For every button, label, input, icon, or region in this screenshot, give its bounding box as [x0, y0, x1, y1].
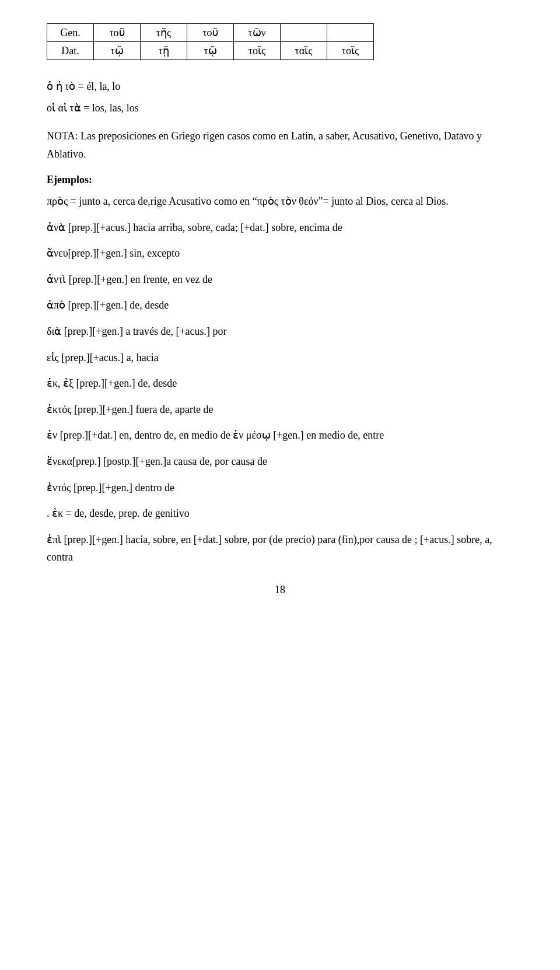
- dat-col3: τῷ: [187, 42, 234, 60]
- article-singular: ὁ ἡ τὸ = él, la, lo: [47, 78, 513, 96]
- dat-label: Dat.: [47, 42, 94, 60]
- page: Gen. τοῦ τῆς τοῦ τῶν Dat. τῷ τῇ τῷ τοῖς …: [0, 0, 560, 970]
- prep-dia: διὰ [prep.][+gen.] a través de, [+acus.]…: [47, 323, 513, 341]
- gen-col4: τῶν: [234, 24, 281, 42]
- declension-table: Gen. τοῦ τῆς τοῦ τῶν Dat. τῷ τῇ τῷ τοῖς …: [47, 23, 374, 60]
- gen-col2: τῆς: [141, 24, 187, 42]
- prep-ana-text: ἀνὰ [prep.][+acus.] hacia arriba, sobre,…: [47, 219, 513, 237]
- prep-entos: ἐντός [prep.][+gen.] dentro de: [47, 479, 513, 497]
- prep-ana-greek: ἀνὰ [prep.][+acus.] hacia arriba, sobre,…: [47, 222, 342, 233]
- prep-entos-text: ἐντός [prep.][+gen.] dentro de: [47, 479, 513, 497]
- prep-eneka-text: ἕνεκα[prep.] [postp.][+gen.]a causa de, …: [47, 453, 513, 471]
- prep-apo-greek: ἀπὸ [prep.][+gen.] de, desde: [47, 299, 169, 311]
- prep-en: ἐν [prep.][+dat.] en, dentro de, en medi…: [47, 426, 513, 444]
- gen-col1: τοῦ: [94, 24, 141, 42]
- prep-anti-text: ἀντὶ [prep.][+gen.] en frente, en vez de: [47, 271, 513, 289]
- nota-section: NOTA: Las preposiciones en Griego rigen …: [47, 127, 513, 163]
- prep-en-greek: ἐν [prep.][+dat.] en, dentro de, en medi…: [47, 429, 384, 441]
- prep-eneka-greek: ἕνεκα[prep.] [postp.][+gen.]a causa de, …: [47, 456, 267, 467]
- dat-col1: τῷ: [94, 42, 141, 60]
- prepositions-section: ἀνὰ [prep.][+acus.] hacia arriba, sobre,…: [47, 219, 513, 566]
- article-plural: οἱ αἱ τὰ = los, las, los: [47, 99, 513, 117]
- prep-epi: ἐπὶ [prep.][+gen.] hacia, sobre, en [+da…: [47, 531, 513, 566]
- prep-aneu-greek: ἄνευ[prep.][+gen.] sin, excepto: [47, 247, 180, 259]
- prep-eis-text: εἰς [prep.][+acus.] a, hacia: [47, 349, 513, 367]
- prep-aneu: ἄνευ[prep.][+gen.] sin, excepto: [47, 244, 513, 262]
- prep-aneu-text: ἄνευ[prep.][+gen.] sin, excepto: [47, 244, 513, 262]
- prep-ek-text: ἐκ, ἐξ [prep.][+gen.] de, desde: [47, 374, 513, 393]
- prep-eis-greek: εἰς [prep.][+acus.] a, hacia: [47, 352, 159, 363]
- dat-col6: τοῖς: [327, 42, 374, 60]
- prep-ektos-greek: ἐκτός [prep.][+gen.] fuera de, aparte de: [47, 404, 213, 415]
- prep-anti-greek: ἀντὶ [prep.][+gen.] en frente, en vez de: [47, 274, 212, 285]
- prep-epi-text: ἐπὶ [prep.][+gen.] hacia, sobre, en [+da…: [47, 531, 513, 566]
- prep-ektos: ἐκτός [prep.][+gen.] fuera de, aparte de: [47, 401, 513, 419]
- prep-eneka: ἕνεκα[prep.] [postp.][+gen.]a causa de, …: [47, 453, 513, 471]
- ejemplos-label: Ejemplos:: [47, 171, 513, 189]
- ejemplos-section: Ejemplos: πρὸς = junto a, cerca de,rige …: [47, 171, 513, 210]
- prep-entos-greek: ἐντός [prep.][+gen.] dentro de: [47, 482, 174, 493]
- gen-label: Gen.: [47, 24, 94, 42]
- prep-en-text: ἐν [prep.][+dat.] en, dentro de, en medi…: [47, 426, 513, 444]
- articles-section: ὁ ἡ τὸ = él, la, lo οἱ αἱ τὰ = los, las,…: [47, 78, 513, 117]
- ejemplos-content: πρὸς = junto a, cerca de,rige Acusativo …: [47, 192, 513, 211]
- prep-ek-note: . ἐκ = de, desde, prep. de genitivo: [47, 505, 513, 523]
- gen-col3: τοῦ: [187, 24, 234, 42]
- table-row: Gen. τοῦ τῆς τοῦ τῶν: [47, 24, 374, 42]
- prep-ek-note-text: . ἐκ = de, desde, prep. de genitivo: [47, 505, 513, 523]
- prep-ek-note-greek: . ἐκ = de, desde, prep. de genitivo: [47, 507, 190, 519]
- page-number: 18: [47, 584, 513, 596]
- declension-table-section: Gen. τοῦ τῆς τοῦ τῶν Dat. τῷ τῇ τῷ τοῖς …: [47, 23, 513, 60]
- prep-ana: ἀνὰ [prep.][+acus.] hacia arriba, sobre,…: [47, 219, 513, 237]
- prep-apo: ἀπὸ [prep.][+gen.] de, desde: [47, 296, 513, 314]
- table-row: Dat. τῷ τῇ τῷ τοῖς ταῖς τοῖς: [47, 42, 374, 60]
- dat-col4: τοῖς: [234, 42, 281, 60]
- prep-epi-greek: ἐπὶ [prep.][+gen.] hacia, sobre, en [+da…: [47, 534, 492, 563]
- dat-col2: τῇ: [141, 42, 187, 60]
- nota-text: NOTA: Las preposiciones en Griego rigen …: [47, 127, 513, 163]
- prep-eis: εἰς [prep.][+acus.] a, hacia: [47, 349, 513, 367]
- gen-empty2: [327, 24, 374, 42]
- prep-dia-greek: διὰ [prep.][+gen.] a través de, [+acus.]…: [47, 325, 227, 337]
- ejemplos-label-text: Ejemplos:: [47, 174, 92, 185]
- prep-ek: ἐκ, ἐξ [prep.][+gen.] de, desde: [47, 374, 513, 393]
- prep-anti: ἀντὶ [prep.][+gen.] en frente, en vez de: [47, 271, 513, 289]
- prep-ektos-text: ἐκτός [prep.][+gen.] fuera de, aparte de: [47, 401, 513, 419]
- dat-col5: ταῖς: [281, 42, 327, 60]
- prep-dia-text: διὰ [prep.][+gen.] a través de, [+acus.]…: [47, 323, 513, 341]
- gen-empty1: [281, 24, 327, 42]
- prep-ek-greek: ἐκ, ἐξ [prep.][+gen.] de, desde: [47, 377, 177, 389]
- prep-apo-text: ἀπὸ [prep.][+gen.] de, desde: [47, 296, 513, 314]
